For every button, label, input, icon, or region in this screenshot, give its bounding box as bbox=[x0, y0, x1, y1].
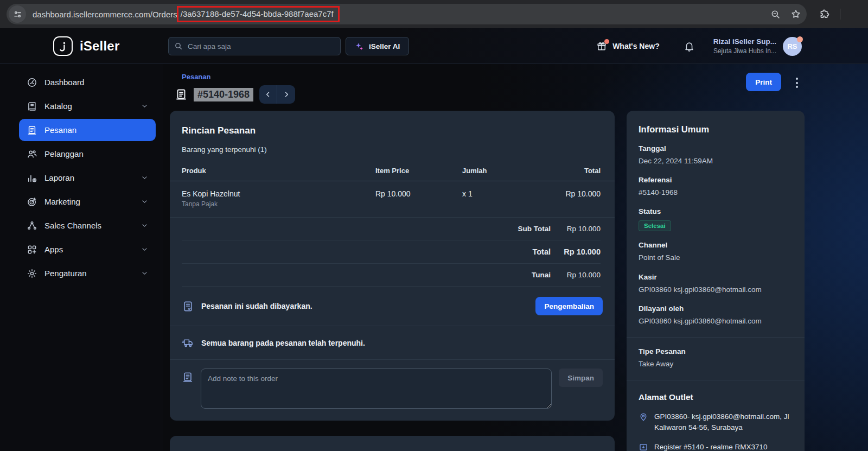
gear-icon bbox=[27, 268, 37, 279]
field-tanggal: Tanggal Dec 22, 2024 11:59AM bbox=[639, 144, 793, 166]
sparkles-icon bbox=[355, 42, 364, 51]
field-label: Dilayani oleh bbox=[639, 304, 793, 313]
sidebar-item-pelanggan[interactable]: Pelanggan bbox=[19, 143, 156, 165]
field-label: Referensi bbox=[639, 176, 793, 184]
divider bbox=[627, 337, 805, 338]
user-menu[interactable]: Rizal iSeller Sup... Sejuta Jiwa Hubs In… bbox=[713, 37, 776, 55]
url-highlighted-id: /3a637188-de57-4d54-bbda-988f7aea7c7f bbox=[177, 6, 340, 22]
payment-status-row: Pesanan ini sudah dibayarkan. Pengembali… bbox=[170, 287, 615, 326]
order-note-input[interactable] bbox=[201, 369, 552, 409]
print-button[interactable]: Print bbox=[746, 73, 781, 91]
column-jumlah: Jumlah bbox=[462, 167, 541, 175]
sidebar-item-marketing[interactable]: Marketing bbox=[19, 190, 156, 213]
sidebar-item-katalog[interactable]: Katalog bbox=[19, 95, 156, 117]
sidebar-label: Sales Channels bbox=[44, 221, 134, 230]
sidebar-label: Apps bbox=[44, 245, 134, 254]
cash-value: Rp 10.000 bbox=[551, 271, 601, 279]
subtotal-label: Sub Total bbox=[518, 225, 551, 233]
chevron-down-icon bbox=[141, 246, 148, 253]
card-title: Rincian Pesanan bbox=[170, 125, 615, 136]
sidebar-label: Pesanan bbox=[44, 125, 148, 135]
brand[interactable]: iSeller bbox=[53, 36, 119, 56]
sidebar-label: Marketing bbox=[44, 197, 134, 206]
info-title: Informasi Umum bbox=[639, 124, 793, 135]
app-header: iSeller iSeller AI What's New? bbox=[0, 28, 868, 64]
order-document-icon bbox=[175, 88, 188, 101]
browser-toolbar: dashboard.isellercommerce.com/Orders/3a6… bbox=[0, 0, 868, 28]
iseller-logo-icon bbox=[53, 36, 73, 56]
field-label: Status bbox=[639, 207, 793, 215]
extensions-icon[interactable] bbox=[819, 9, 830, 20]
url-text[interactable]: dashboard.isellercommerce.com/Orders/3a6… bbox=[33, 6, 340, 22]
sidebar-label: Pengaturan bbox=[44, 269, 134, 278]
url-prefix: dashboard.isellercommerce.com/Orders bbox=[33, 10, 177, 19]
item-tax-note: Tanpa Pajak bbox=[182, 200, 375, 208]
zoom-icon[interactable] bbox=[770, 9, 781, 20]
sidebar-item-laporan[interactable]: Laporan bbox=[19, 167, 156, 189]
channels-network-icon bbox=[27, 220, 37, 231]
sidebar-item-dashboard[interactable]: Dashboard bbox=[19, 71, 156, 93]
chevron-down-icon bbox=[141, 103, 148, 110]
avatar[interactable]: RS bbox=[783, 37, 802, 56]
more-actions-icon[interactable] bbox=[795, 77, 799, 89]
register-device-icon bbox=[639, 442, 648, 451]
breadcrumb[interactable]: Pesanan bbox=[182, 73, 210, 81]
main-content: Pesanan #5140-1968 Print Rincian Pesan bbox=[163, 64, 868, 451]
location-pin-icon bbox=[639, 412, 648, 433]
item-total: Rp 10.000 bbox=[541, 189, 601, 198]
sidebar-item-sales-channels[interactable]: Sales Channels bbox=[19, 214, 156, 237]
column-total: Total bbox=[541, 167, 601, 175]
avatar-initials: RS bbox=[787, 42, 797, 50]
order-document-icon bbox=[27, 125, 37, 136]
next-order-button[interactable] bbox=[277, 85, 295, 104]
field-value: Point of Sale bbox=[639, 253, 793, 263]
user-organization: Sejuta Jiwa Hubs In... bbox=[713, 47, 776, 55]
register-row: Register #5140 - realme RMX3710 bbox=[639, 442, 793, 451]
notifications-bell-icon[interactable] bbox=[684, 41, 695, 52]
search-input[interactable] bbox=[188, 42, 335, 50]
sidebar: Dashboard Katalog Pesanan Pelanggan Lapo… bbox=[0, 64, 163, 451]
item-quantity: x 1 bbox=[462, 189, 541, 198]
iseller-ai-button[interactable]: iSeller AI bbox=[346, 37, 409, 55]
gift-icon bbox=[596, 41, 607, 52]
cash-label: Tunai bbox=[532, 271, 551, 279]
field-label: Tipe Pesanan bbox=[639, 347, 793, 355]
total-row: Total Rp 10.000 bbox=[182, 240, 601, 264]
global-search[interactable] bbox=[168, 37, 341, 55]
field-channel: Channel Point of Sale bbox=[639, 241, 793, 263]
order-number: #5140-1968 bbox=[194, 88, 253, 101]
field-value: #5140-1968 bbox=[639, 188, 793, 198]
notification-dot bbox=[604, 39, 609, 44]
sidebar-item-pengaturan[interactable]: Pengaturan bbox=[19, 262, 156, 284]
sidebar-item-apps[interactable]: Apps bbox=[19, 238, 156, 261]
whats-new-button[interactable]: What's New? bbox=[596, 41, 660, 52]
refund-button[interactable]: Pengembalian bbox=[535, 297, 603, 315]
divider bbox=[627, 380, 805, 380]
field-status: Status Selesai bbox=[639, 207, 793, 231]
report-chart-icon bbox=[27, 173, 37, 183]
delivery-truck-icon bbox=[182, 336, 194, 349]
field-value: GPI03860 ksj.gpi03860@hotmail.com bbox=[639, 316, 793, 326]
previous-order-button[interactable] bbox=[259, 85, 277, 104]
sidebar-item-pesanan[interactable]: Pesanan bbox=[19, 119, 156, 141]
field-label: Tanggal bbox=[639, 144, 793, 153]
save-note-button[interactable]: Simpan bbox=[559, 369, 603, 387]
address-bar[interactable]: dashboard.isellercommerce.com/Orders/3a6… bbox=[7, 4, 807, 24]
fulfillment-status-row: Semua barang pada pesanan telah terpenuh… bbox=[170, 326, 615, 360]
site-settings-icon[interactable] bbox=[9, 5, 26, 23]
item-price: Rp 10.000 bbox=[375, 189, 462, 198]
chevron-down-icon bbox=[141, 222, 148, 229]
outlet-address: GPI03860- ksj.gpi03860@hotmail.com, Jl K… bbox=[654, 411, 793, 433]
brand-name: iSeller bbox=[80, 39, 119, 54]
search-icon bbox=[174, 42, 183, 50]
sidebar-label: Pelanggan bbox=[44, 149, 148, 158]
bookmark-star-icon[interactable] bbox=[790, 9, 801, 20]
receipt-check-icon bbox=[182, 300, 194, 313]
field-value: Take Away bbox=[639, 359, 793, 369]
chevron-down-icon bbox=[141, 198, 148, 205]
customers-icon bbox=[27, 149, 37, 160]
chevron-down-icon bbox=[141, 174, 148, 181]
sidebar-label: Dashboard bbox=[44, 78, 148, 87]
table-header: Produk Item Price Jumlah Total bbox=[170, 154, 615, 181]
apps-grid-icon bbox=[27, 244, 37, 255]
